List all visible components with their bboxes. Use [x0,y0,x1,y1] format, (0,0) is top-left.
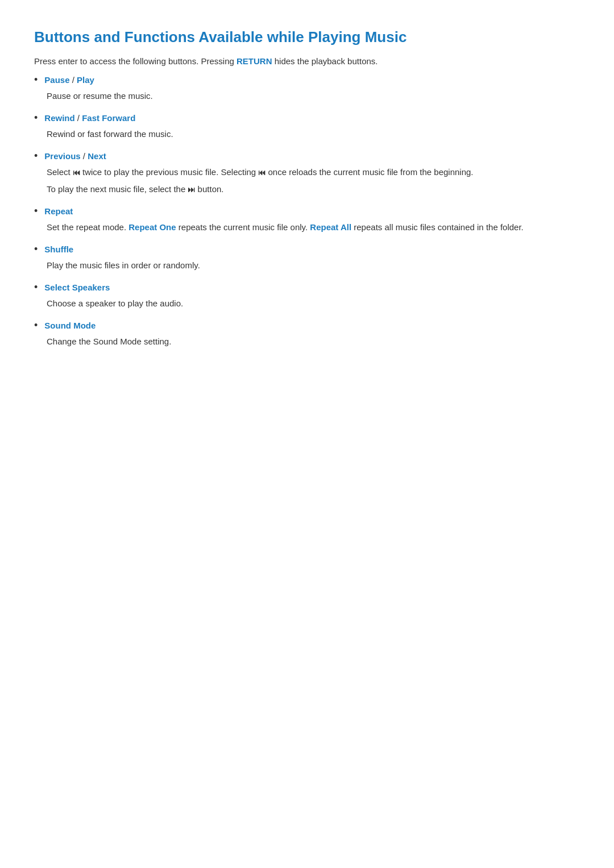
feature-label-next: Next [88,151,106,161]
list-item-select-speakers: • Select Speakers Choose a speaker to pl… [34,283,580,310]
feature-label-rewind: Rewind [44,113,74,123]
rewind-icon: ⏮ [73,168,80,177]
list-item-rewind-forward: • Rewind / Fast Forward Rewind or fast f… [34,113,580,141]
list-item-repeat: • Repeat Set the repeat mode. Repeat One… [34,206,580,234]
feature-desc-shuffle: Play the music files in order or randoml… [34,259,580,272]
bullet-dot: • [34,205,38,217]
feature-desc-pause-play: Pause or resume the music. [34,89,580,103]
page-title: Buttons and Functions Available while Pl… [34,28,580,46]
intro-paragraph: Press enter to access the following butt… [34,56,580,66]
list-item-previous-next: • Previous / Next Select ⏮ twice to play… [34,151,580,196]
intro-text-after: hides the playback buttons. [275,56,378,66]
repeat-one-keyword: Repeat One [128,222,176,232]
rewind-icon-2: ⏮ [258,168,265,177]
feature-label-shuffle: Shuffle [44,244,73,254]
feature-label-select-speakers: Select Speakers [44,283,110,292]
separator: / [81,151,88,161]
feature-label-play: Play [77,75,94,85]
feature-label-repeat: Repeat [44,206,73,216]
feature-label-sound-mode: Sound Mode [44,321,96,330]
feature-desc-select-speakers: Choose a speaker to play the audio. [34,297,580,310]
feature-label-pause: Pause [44,75,69,85]
bullet-dot: • [34,150,38,162]
separator: / [75,113,82,123]
bullet-dot: • [34,112,38,124]
bullet-dot: • [34,281,38,293]
separator: / [70,75,77,85]
repeat-all-keyword: Repeat All [310,222,351,232]
feature-list: • Pause / Play Pause or resume the music… [34,75,580,348]
feature-desc-sound-mode: Change the Sound Mode setting. [34,335,580,348]
list-item-shuffle: • Shuffle Play the music files in order … [34,244,580,272]
feature-desc-previous-1: Select ⏮ twice to play the previous musi… [34,165,580,179]
bullet-dot: • [34,74,38,86]
next-icon: ⏭ [188,185,195,194]
feature-desc-previous-2: To play the next music file, select the … [34,182,580,196]
feature-label-fast-forward: Fast Forward [82,113,135,123]
bullet-dot: • [34,319,38,331]
intro-text-before: Press enter to access the following butt… [34,56,234,66]
feature-desc-rewind: Rewind or fast forward the music. [34,127,580,141]
list-item-sound-mode: • Sound Mode Change the Sound Mode setti… [34,321,580,348]
feature-desc-repeat: Set the repeat mode. Repeat One repeats … [34,221,580,234]
bullet-dot: • [34,243,38,255]
return-keyword: RETURN [237,56,272,66]
feature-label-previous: Previous [44,151,80,161]
list-item-pause-play: • Pause / Play Pause or resume the music… [34,75,580,103]
